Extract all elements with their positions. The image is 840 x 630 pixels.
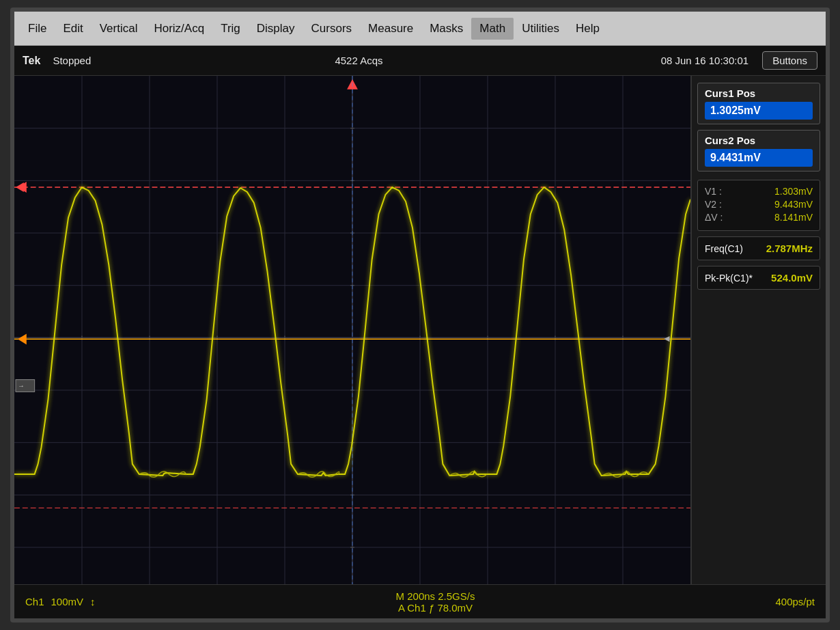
bottom-bar: Ch1 100mV ↕ M 200ns 2.5GS/s A Ch1 ƒ 78.0… [14,584,826,618]
status-bar: Tek Stopped 4522 Acqs 08 Jun 16 10:30:01… [14,46,826,76]
v1-label: V1 : [705,186,722,197]
freq-box: Freq(C1) 2.787MHz [697,236,820,260]
acquisitions-label: 4522 Acqs [57,55,660,66]
menu-file[interactable]: File [20,18,55,40]
menu-help[interactable]: Help [568,18,608,40]
pkpk-box: Pk-Pk(C1)* 524.0mV [697,266,820,290]
menu-cursors[interactable]: Cursors [303,18,361,40]
dv-row: ΔV : 8.141mV [705,212,813,223]
menu-measure[interactable]: Measure [360,18,421,40]
pkpk-value: 524.0mV [771,272,813,284]
svg-text:→: → [18,382,25,389]
signal-display: ◄ → [14,76,690,584]
freq-value: 2.787MHz [766,243,813,254]
voltage-measurements: V1 : 1.303mV V2 : 9.443mV ΔV : 8.141mV [697,180,820,231]
main-content: ◄ → Curs1 Pos 1.3025mV Curs2 Pos 9.4431m… [14,76,826,584]
curs2-label: Curs2 Pos [705,135,813,146]
ch1-symbol: ↕ [90,596,96,607]
menu-math[interactable]: Math [471,18,514,40]
v2-label: V2 : [705,199,722,210]
curs2-box: Curs2 Pos 9.4431mV [697,130,820,172]
svg-text:◄: ◄ [662,333,672,344]
pkpk-label: Pk-Pk(C1)* [705,273,753,284]
menu-utilities[interactable]: Utilities [514,18,568,40]
v2-row: V2 : 9.443mV [705,199,813,210]
right-panel: Curs1 Pos 1.3025mV Curs2 Pos 9.4431mV V1… [690,76,826,584]
curs1-label: Curs1 Pos [705,87,813,99]
timebase-line1: M 200ns 2.5GS/s [96,590,776,602]
brand-label: Tek [23,55,40,67]
menu-trig[interactable]: Trig [212,18,249,40]
menu-display[interactable]: Display [249,18,303,40]
v1-row: V1 : 1.303mV [705,186,813,197]
freq-label: Freq(C1) [705,243,743,254]
v2-value: 9.443mV [774,199,813,210]
curs2-value: 9.4431mV [705,149,813,167]
oscilloscope: File Edit Vertical Horiz/Acq Trig Displa… [10,8,830,622]
curs1-box: Curs1 Pos 1.3025mV [697,83,820,124]
menu-vertical[interactable]: Vertical [92,18,146,40]
dv-value: 8.141mV [774,212,813,223]
menu-masks[interactable]: Masks [421,18,471,40]
timebase-info: M 200ns 2.5GS/s A Ch1 ƒ 78.0mV [96,590,776,614]
curs1-value: 1.3025mV [705,102,813,120]
menu-horiz-acq[interactable]: Horiz/Acq [145,18,212,40]
ch1-scale: 100mV [51,596,84,607]
oscilloscope-screen: ◄ → [14,76,690,584]
datetime-label: 08 Jun 16 10:30:01 [661,55,748,66]
v1-value: 1.303mV [774,186,813,197]
sample-rate: 400ps/pt [775,596,815,607]
menu-edit[interactable]: Edit [55,18,91,40]
menu-bar: File Edit Vertical Horiz/Acq Trig Displa… [14,12,826,46]
dv-label: ΔV : [705,212,723,223]
ch1-label: Ch1 [25,596,44,607]
buttons-button[interactable]: Buttons [762,51,817,70]
timebase-line2: A Ch1 ƒ 78.0mV [96,602,776,614]
channel-info: Ch1 100mV ↕ [25,596,96,607]
